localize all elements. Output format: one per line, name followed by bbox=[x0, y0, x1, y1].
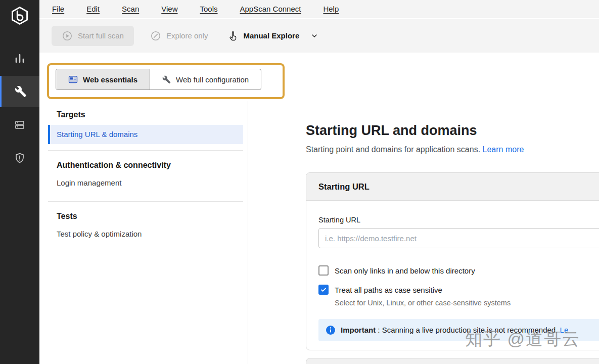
tab-web-full-configuration[interactable]: Web full configuration bbox=[150, 69, 261, 89]
appscan-logo bbox=[0, 6, 39, 25]
rail-item-issues[interactable] bbox=[0, 143, 39, 173]
menu-edit[interactable]: Edit bbox=[86, 5, 100, 13]
menu-file[interactable]: File bbox=[52, 5, 64, 13]
checkbox-scan-only-links-label: Scan only links in and below this direct… bbox=[335, 266, 475, 275]
rail-item-scans[interactable] bbox=[0, 110, 39, 140]
nav-heading-targets: Targets bbox=[39, 104, 248, 125]
important-info-banner: Important : Scanning a live production s… bbox=[318, 319, 599, 341]
card-body: Starting URL Scan only links in and belo… bbox=[306, 201, 599, 341]
starting-url-label: Starting URL bbox=[318, 216, 596, 224]
nav-item-login-management[interactable]: Login management bbox=[48, 174, 243, 192]
menu-scan[interactable]: Scan bbox=[122, 5, 139, 13]
learn-more-link[interactable]: Learn more bbox=[483, 145, 524, 154]
play-circle-icon bbox=[62, 30, 73, 41]
icon-rail bbox=[0, 0, 39, 364]
pointing-hand-icon bbox=[227, 30, 238, 41]
config-nav: Targets Starting URL & domains Authentic… bbox=[39, 104, 248, 243]
browser-window-icon bbox=[68, 75, 78, 84]
tab-web-full-configuration-label: Web full configuration bbox=[176, 75, 249, 84]
checkbox-case-sensitive-label: Treat all paths as case sensitive bbox=[335, 286, 442, 294]
menubar: File Edit Scan View Tools AppScan Connec… bbox=[39, 0, 599, 18]
checkbox-case-sensitive[interactable]: Treat all paths as case sensitive bbox=[318, 285, 596, 295]
menu-help[interactable]: Help bbox=[323, 5, 339, 13]
next-card-header-partial bbox=[306, 358, 599, 364]
nav-heading-authentication: Authentication & connectivity bbox=[39, 151, 248, 174]
banner-learn-more-link[interactable]: Le bbox=[560, 326, 569, 334]
wrench-icon bbox=[162, 75, 171, 84]
start-full-scan-button[interactable]: Start full scan bbox=[52, 26, 134, 46]
starting-url-input[interactable] bbox=[318, 228, 599, 248]
appscan-window: File Edit Scan View Tools AppScan Connec… bbox=[0, 0, 599, 364]
tab-web-essentials-label: Web essentials bbox=[83, 75, 137, 84]
page-title: Starting URL and domains bbox=[306, 123, 596, 139]
card-header: Starting URL bbox=[306, 173, 599, 201]
page-subtitle: Starting point and domains for applicati… bbox=[306, 145, 596, 154]
banner-message: : Scanning a live production site is not… bbox=[376, 326, 560, 334]
nav-heading-tests: Tests bbox=[39, 202, 248, 225]
manual-explore-button[interactable]: Manual Explore bbox=[224, 30, 321, 41]
explore-only-button[interactable]: Explore only bbox=[147, 30, 211, 41]
banner-emphasis: Important bbox=[341, 326, 376, 334]
bar-chart-icon bbox=[14, 52, 26, 64]
main-header: Starting URL and domains Starting point … bbox=[306, 123, 596, 154]
appscan-logo-icon bbox=[10, 6, 29, 25]
manual-explore-label: Manual Explore bbox=[243, 31, 299, 40]
info-circle-icon bbox=[326, 325, 336, 335]
page-subtitle-text: Starting point and domains for applicati… bbox=[306, 145, 483, 154]
rail-item-dashboard[interactable] bbox=[0, 43, 39, 73]
menu-view[interactable]: View bbox=[161, 5, 177, 13]
shield-alert-icon bbox=[14, 152, 26, 164]
banner-text: Important : Scanning a live production s… bbox=[341, 325, 568, 335]
menu-tools[interactable]: Tools bbox=[200, 5, 217, 13]
rail-item-configuration[interactable] bbox=[0, 76, 39, 107]
vertical-divider bbox=[248, 101, 248, 364]
starting-url-card: Starting URL Starting URL Scan only link… bbox=[306, 172, 599, 350]
compass-circle-icon bbox=[150, 30, 161, 41]
server-stack-icon bbox=[14, 119, 26, 131]
start-full-scan-label: Start full scan bbox=[78, 31, 124, 40]
case-sensitive-help-text: Select for Unix, Linux, or other case-se… bbox=[335, 299, 596, 307]
checkbox-unchecked-icon[interactable] bbox=[318, 265, 329, 276]
checkbox-scan-only-links[interactable]: Scan only links in and below this direct… bbox=[318, 265, 596, 276]
checkmark-icon bbox=[320, 286, 327, 293]
explore-only-label: Explore only bbox=[166, 31, 208, 40]
menu-appscan-connect[interactable]: AppScan Connect bbox=[240, 5, 301, 13]
manual-explore-dropdown[interactable] bbox=[310, 32, 318, 40]
chevron-down-icon bbox=[310, 32, 318, 40]
nav-item-test-policy[interactable]: Test policy & optimization bbox=[48, 225, 243, 243]
wrench-icon bbox=[15, 85, 27, 98]
tab-web-essentials[interactable]: Web essentials bbox=[56, 69, 150, 89]
config-mode-tabs: Web essentials Web full configuration bbox=[56, 69, 261, 90]
nav-item-starting-url-domains[interactable]: Starting URL & domains bbox=[48, 125, 243, 144]
checkbox-checked-icon[interactable] bbox=[318, 285, 329, 295]
toolbar: Start full scan Explore only Manual Expl… bbox=[39, 19, 599, 53]
